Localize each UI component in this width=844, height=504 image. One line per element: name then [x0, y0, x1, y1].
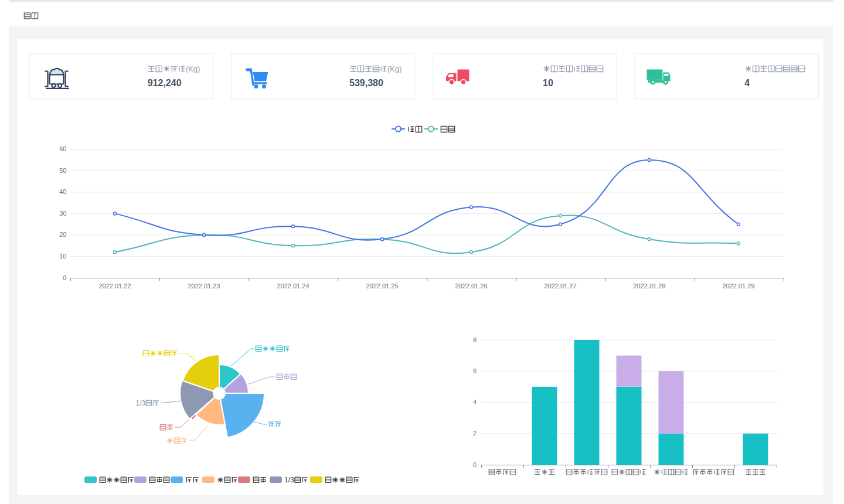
svg-text:6: 6 — [473, 367, 477, 374]
svg-text:0: 0 — [63, 274, 66, 281]
svg-text:(Kg): (Kg) — [186, 64, 200, 73]
svg-text:50: 50 — [59, 167, 66, 174]
svg-text:2: 2 — [473, 430, 477, 437]
svg-text:2022.01.28: 2022.01.28 — [633, 282, 665, 290]
svg-text:2022.01.29: 2022.01.29 — [722, 282, 754, 290]
svg-text:20: 20 — [59, 231, 66, 238]
svg-text:40: 40 — [59, 188, 66, 195]
svg-text:2022.01.27: 2022.01.27 — [544, 282, 576, 290]
svg-text:4: 4 — [744, 78, 750, 88]
svg-text:2022.01.24: 2022.01.24 — [277, 282, 309, 290]
svg-text:30: 30 — [59, 210, 66, 217]
svg-text:2022.01.25: 2022.01.25 — [366, 282, 398, 290]
svg-text:539,380: 539,380 — [349, 78, 383, 88]
svg-text:60: 60 — [59, 145, 66, 152]
svg-text:8: 8 — [473, 336, 477, 343]
svg-text:1/3: 1/3 — [284, 476, 294, 484]
svg-text:2022.01.23: 2022.01.23 — [188, 282, 220, 290]
svg-text:4: 4 — [473, 399, 477, 406]
svg-text:1/3: 1/3 — [135, 399, 145, 407]
svg-text:2022.01.22: 2022.01.22 — [98, 282, 131, 290]
svg-text:0: 0 — [473, 461, 477, 468]
svg-text:10: 10 — [543, 78, 553, 88]
svg-text:912,240: 912,240 — [148, 78, 182, 88]
svg-text:2022.01.26: 2022.01.26 — [455, 282, 487, 290]
svg-text:(Kg): (Kg) — [387, 64, 402, 73]
svg-text:10: 10 — [59, 253, 66, 260]
